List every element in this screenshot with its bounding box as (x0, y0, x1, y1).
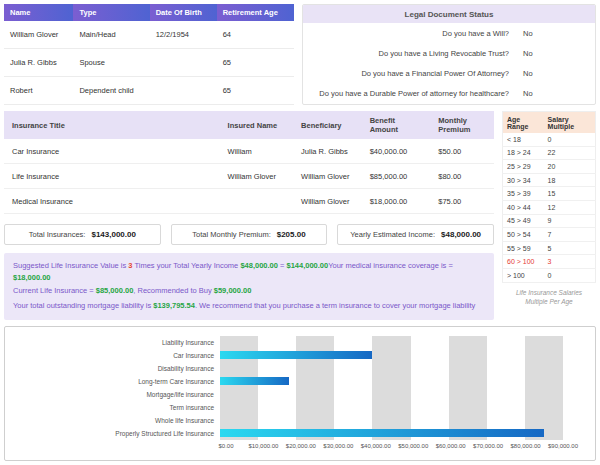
chart-category-label: Disability Insurance (15, 365, 220, 372)
chart-track (220, 336, 563, 349)
age-row: 55 > 595 (503, 241, 596, 255)
insurance-row[interactable]: Life InsuranceWilliam GloverWilliam Glov… (4, 164, 494, 189)
insurance-cell: Car Insurance (4, 139, 220, 164)
salary-multiple-cell: 9 (544, 214, 596, 228)
chart-category-label: Term insurance (15, 404, 220, 411)
insurance-header-premium: Monthly Premium (430, 111, 494, 139)
insurance-header-row: Insurance Title Insured Name Beneficiary… (4, 111, 494, 139)
insurance-cell: $40,000.00 (362, 139, 431, 164)
member-row[interactable]: Julia R. GibbsSpouse65 (4, 49, 294, 77)
legal-answer: No (509, 69, 587, 78)
age-row: 40 > 4412 (503, 200, 596, 214)
current-life-insurance-amount: $85,000.00 (96, 286, 134, 295)
age-range-cell: 50 > 54 (503, 228, 544, 242)
insurance-header-beneficiary: Beneficiary (293, 111, 362, 139)
mortgage-liability-amount: $139,795.54 (153, 301, 195, 310)
legal-question: Do you have a Financial Power Of Attorne… (311, 69, 509, 78)
age-row: 30 > 3418 (503, 173, 596, 187)
member-cell: Dependent child (73, 77, 149, 105)
chart-tick-label: $90,000.00 (548, 443, 578, 449)
insurance-bar-chart: Liability InsuranceCar InsuranceDisabili… (4, 326, 596, 461)
age-table-caption: Life Insurance Salaries Multiple Per Age (502, 288, 596, 308)
insurance-cell: Life Insurance (4, 164, 220, 189)
age-row: 60 > 1003 (503, 255, 596, 269)
age-row: 18 > 2422 (503, 146, 596, 160)
legal-panel-title: Legal Document Status (303, 5, 595, 23)
chart-bar (220, 429, 544, 437)
member-cell: 65 (217, 49, 294, 77)
chart-bar (220, 377, 289, 385)
insurance-cell: William (220, 139, 294, 164)
recommendation-text: Suggested Life Insurance Value is (13, 261, 128, 270)
insurance-section: Insurance Title Insured Name Beneficiary… (4, 111, 494, 320)
chart-row: Properly Structured Life Insurance (15, 427, 585, 440)
salary-multiple-cell: 0 (544, 133, 596, 146)
recommendation-text: . We recommend that you purchase a term … (195, 301, 475, 310)
members-table-body: William GloverMain/Head12/2/195464Julia … (4, 21, 294, 105)
household-members-table: Name Type Date Of Birth Retirement Age W… (4, 4, 294, 105)
age-range-cell: 60 > 100 (503, 255, 544, 269)
age-range-cell: 55 > 59 (503, 241, 544, 255)
member-cell (150, 49, 217, 77)
chart-bar (220, 351, 372, 359)
recommended-buy-amount: $59,000.00 (214, 286, 252, 295)
total-insurances-value: $143,000.00 (91, 230, 136, 239)
member-row[interactable]: William GloverMain/Head12/2/195464 (4, 21, 294, 49)
salary-multiple-cell: 15 (544, 187, 596, 201)
insurance-row[interactable]: Medical InsuranceWilliam Glover$18,000.0… (4, 189, 494, 214)
chart-track (220, 375, 563, 388)
total-insurances-label: Total Insurances: (29, 230, 86, 239)
age-row: < 180 (503, 133, 596, 146)
age-row: 25 > 2920 (503, 160, 596, 174)
yearly-income-amount: $48,000.00 (240, 261, 278, 270)
recommendation-line-2: Current Life Insurance = $85,000.00, Rec… (13, 285, 485, 297)
recommendation-line-1: Suggested Life Insurance Value is 3 Time… (13, 260, 485, 285)
salary-multiple-cell: 12 (544, 200, 596, 214)
insurance-header-insured: Insured Name (220, 111, 294, 139)
chart-row: Liability Insurance (15, 336, 585, 349)
age-range-cell: 25 > 29 (503, 160, 544, 174)
chart-row: Term insurance (15, 401, 585, 414)
totals-row: Total Insurances: $143,000.00 Total Mont… (4, 224, 494, 245)
legal-answer: No (509, 89, 587, 98)
legal-item: Do you have a Will?No (303, 23, 595, 43)
insurance-header-benefit: Benefit Amount (362, 111, 431, 139)
salary-multiple-cell: 18 (544, 173, 596, 187)
chart-tick-label: $60,000.00 (436, 443, 466, 449)
salary-multiple-cell: 0 (544, 268, 596, 282)
age-row: 35 > 3915 (503, 187, 596, 201)
age-range-cell: 30 > 34 (503, 173, 544, 187)
salary-multiple-cell: 7 (544, 228, 596, 242)
chart-row: Disability Insurance (15, 362, 585, 375)
chart-track (220, 414, 563, 427)
age-range-cell: 45 > 49 (503, 214, 544, 228)
member-row[interactable]: RobertDependent child65 (4, 77, 294, 105)
legal-item: Do you have a Financial Power Of Attorne… (303, 63, 595, 83)
age-row: > 1000 (503, 268, 596, 282)
age-range-cell: 40 > 44 (503, 200, 544, 214)
insurance-cell: $80.00 (430, 164, 494, 189)
salary-multiple-header: Salary Multiple (544, 112, 596, 134)
recommendation-text: Your medical insurance coverage is = (328, 261, 453, 270)
insurance-cell: William Glover (220, 164, 294, 189)
recommendation-panel: Suggested Life Insurance Value is 3 Time… (4, 253, 494, 320)
insurance-cell: $75.00 (430, 189, 494, 214)
chart-category-label: Whole life Insurance (15, 417, 220, 424)
member-cell: 64 (217, 21, 294, 49)
members-header-type: Type (73, 4, 149, 21)
insurance-cell: Julia R. Gibbs (293, 139, 362, 164)
medical-coverage-amount: $18,000.00 (13, 273, 51, 282)
suggested-insurance-amount: $144,000.00 (286, 261, 328, 270)
chart-axis: $0.00$10,000.00$20,000.00$30,000.00$40,0… (226, 443, 563, 455)
age-range-cell: > 100 (503, 268, 544, 282)
member-cell: Spouse (73, 49, 149, 77)
insurance-cell: $50.00 (430, 139, 494, 164)
chart-category-label: Mortgage/life insurance (15, 391, 220, 398)
chart-tick-label: $0.00 (218, 443, 233, 449)
insurance-row[interactable]: Car InsuranceWilliamJulia R. Gibbs$40,00… (4, 139, 494, 164)
salary-multiple-cell: 20 (544, 160, 596, 174)
total-monthly-premium-box: Total Monthly Premium: $205.00 (171, 224, 328, 245)
legal-question: Do you have a Will? (311, 29, 509, 38)
salary-multiple-cell: 3 (544, 255, 596, 269)
total-monthly-premium-value: $205.00 (277, 230, 306, 239)
